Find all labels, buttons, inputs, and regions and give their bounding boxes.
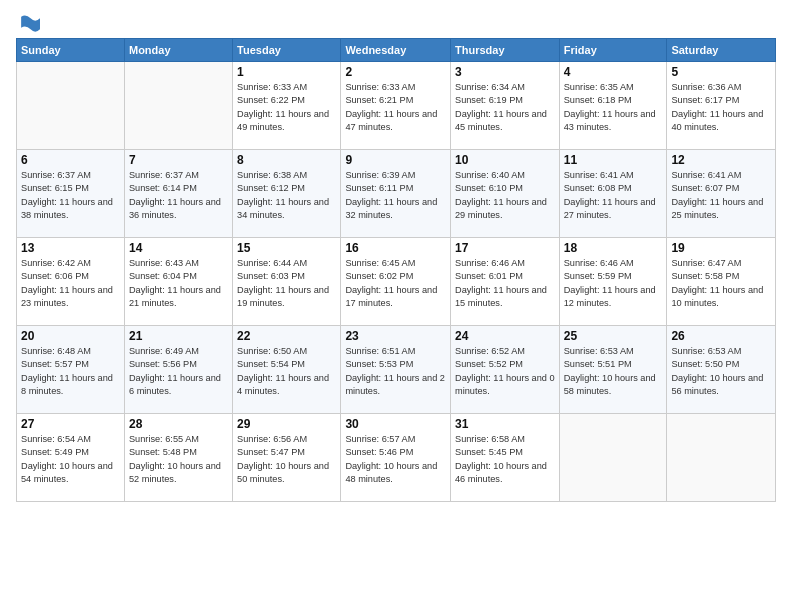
day-number: 4 xyxy=(564,65,663,79)
day-of-week-header: Saturday xyxy=(667,39,776,62)
day-number: 30 xyxy=(345,417,446,431)
calendar-day-cell: 11Sunrise: 6:41 AM Sunset: 6:08 PM Dayli… xyxy=(559,150,667,238)
day-info: Sunrise: 6:53 AM Sunset: 5:50 PM Dayligh… xyxy=(671,345,771,398)
calendar-day-cell: 2Sunrise: 6:33 AM Sunset: 6:21 PM Daylig… xyxy=(341,62,451,150)
day-number: 21 xyxy=(129,329,228,343)
day-info: Sunrise: 6:44 AM Sunset: 6:03 PM Dayligh… xyxy=(237,257,336,310)
calendar-week-row: 20Sunrise: 6:48 AM Sunset: 5:57 PM Dayli… xyxy=(17,326,776,414)
calendar-day-cell: 21Sunrise: 6:49 AM Sunset: 5:56 PM Dayli… xyxy=(124,326,232,414)
day-of-week-header: Monday xyxy=(124,39,232,62)
day-number: 27 xyxy=(21,417,120,431)
calendar-day-cell: 26Sunrise: 6:53 AM Sunset: 5:50 PM Dayli… xyxy=(667,326,776,414)
day-number: 25 xyxy=(564,329,663,343)
calendar-day-cell: 20Sunrise: 6:48 AM Sunset: 5:57 PM Dayli… xyxy=(17,326,125,414)
day-info: Sunrise: 6:35 AM Sunset: 6:18 PM Dayligh… xyxy=(564,81,663,134)
calendar-day-cell: 14Sunrise: 6:43 AM Sunset: 6:04 PM Dayli… xyxy=(124,238,232,326)
calendar-week-row: 6Sunrise: 6:37 AM Sunset: 6:15 PM Daylig… xyxy=(17,150,776,238)
day-number: 1 xyxy=(237,65,336,79)
calendar-day-cell: 6Sunrise: 6:37 AM Sunset: 6:15 PM Daylig… xyxy=(17,150,125,238)
calendar: SundayMondayTuesdayWednesdayThursdayFrid… xyxy=(16,38,776,502)
day-info: Sunrise: 6:52 AM Sunset: 5:52 PM Dayligh… xyxy=(455,345,555,398)
day-number: 15 xyxy=(237,241,336,255)
calendar-day-cell xyxy=(559,414,667,502)
day-number: 31 xyxy=(455,417,555,431)
day-number: 13 xyxy=(21,241,120,255)
day-info: Sunrise: 6:45 AM Sunset: 6:02 PM Dayligh… xyxy=(345,257,446,310)
calendar-day-cell: 17Sunrise: 6:46 AM Sunset: 6:01 PM Dayli… xyxy=(451,238,560,326)
calendar-day-cell: 15Sunrise: 6:44 AM Sunset: 6:03 PM Dayli… xyxy=(233,238,341,326)
calendar-day-cell: 3Sunrise: 6:34 AM Sunset: 6:19 PM Daylig… xyxy=(451,62,560,150)
day-number: 26 xyxy=(671,329,771,343)
calendar-week-row: 13Sunrise: 6:42 AM Sunset: 6:06 PM Dayli… xyxy=(17,238,776,326)
calendar-day-cell xyxy=(17,62,125,150)
day-info: Sunrise: 6:53 AM Sunset: 5:51 PM Dayligh… xyxy=(564,345,663,398)
day-info: Sunrise: 6:33 AM Sunset: 6:22 PM Dayligh… xyxy=(237,81,336,134)
day-number: 11 xyxy=(564,153,663,167)
day-number: 17 xyxy=(455,241,555,255)
day-number: 12 xyxy=(671,153,771,167)
day-info: Sunrise: 6:55 AM Sunset: 5:48 PM Dayligh… xyxy=(129,433,228,486)
day-info: Sunrise: 6:46 AM Sunset: 6:01 PM Dayligh… xyxy=(455,257,555,310)
day-number: 20 xyxy=(21,329,120,343)
calendar-day-cell: 24Sunrise: 6:52 AM Sunset: 5:52 PM Dayli… xyxy=(451,326,560,414)
day-info: Sunrise: 6:41 AM Sunset: 6:07 PM Dayligh… xyxy=(671,169,771,222)
calendar-day-cell: 18Sunrise: 6:46 AM Sunset: 5:59 PM Dayli… xyxy=(559,238,667,326)
day-number: 6 xyxy=(21,153,120,167)
day-number: 19 xyxy=(671,241,771,255)
day-info: Sunrise: 6:43 AM Sunset: 6:04 PM Dayligh… xyxy=(129,257,228,310)
day-of-week-header: Wednesday xyxy=(341,39,451,62)
day-info: Sunrise: 6:57 AM Sunset: 5:46 PM Dayligh… xyxy=(345,433,446,486)
day-of-week-header: Thursday xyxy=(451,39,560,62)
calendar-day-cell xyxy=(667,414,776,502)
calendar-day-cell: 16Sunrise: 6:45 AM Sunset: 6:02 PM Dayli… xyxy=(341,238,451,326)
day-info: Sunrise: 6:41 AM Sunset: 6:08 PM Dayligh… xyxy=(564,169,663,222)
day-info: Sunrise: 6:33 AM Sunset: 6:21 PM Dayligh… xyxy=(345,81,446,134)
day-info: Sunrise: 6:51 AM Sunset: 5:53 PM Dayligh… xyxy=(345,345,446,398)
day-number: 5 xyxy=(671,65,771,79)
day-info: Sunrise: 6:40 AM Sunset: 6:10 PM Dayligh… xyxy=(455,169,555,222)
day-info: Sunrise: 6:38 AM Sunset: 6:12 PM Dayligh… xyxy=(237,169,336,222)
day-of-week-header: Friday xyxy=(559,39,667,62)
day-number: 18 xyxy=(564,241,663,255)
day-info: Sunrise: 6:46 AM Sunset: 5:59 PM Dayligh… xyxy=(564,257,663,310)
calendar-day-cell: 9Sunrise: 6:39 AM Sunset: 6:11 PM Daylig… xyxy=(341,150,451,238)
day-number: 16 xyxy=(345,241,446,255)
day-number: 10 xyxy=(455,153,555,167)
calendar-day-cell: 31Sunrise: 6:58 AM Sunset: 5:45 PM Dayli… xyxy=(451,414,560,502)
day-number: 28 xyxy=(129,417,228,431)
day-info: Sunrise: 6:34 AM Sunset: 6:19 PM Dayligh… xyxy=(455,81,555,134)
calendar-week-row: 27Sunrise: 6:54 AM Sunset: 5:49 PM Dayli… xyxy=(17,414,776,502)
day-of-week-header: Tuesday xyxy=(233,39,341,62)
calendar-header-row: SundayMondayTuesdayWednesdayThursdayFrid… xyxy=(17,39,776,62)
calendar-day-cell: 30Sunrise: 6:57 AM Sunset: 5:46 PM Dayli… xyxy=(341,414,451,502)
calendar-day-cell: 23Sunrise: 6:51 AM Sunset: 5:53 PM Dayli… xyxy=(341,326,451,414)
calendar-day-cell: 22Sunrise: 6:50 AM Sunset: 5:54 PM Dayli… xyxy=(233,326,341,414)
calendar-day-cell: 27Sunrise: 6:54 AM Sunset: 5:49 PM Dayli… xyxy=(17,414,125,502)
calendar-day-cell: 8Sunrise: 6:38 AM Sunset: 6:12 PM Daylig… xyxy=(233,150,341,238)
logo xyxy=(16,12,40,32)
page: SundayMondayTuesdayWednesdayThursdayFrid… xyxy=(0,0,792,612)
day-number: 7 xyxy=(129,153,228,167)
day-info: Sunrise: 6:42 AM Sunset: 6:06 PM Dayligh… xyxy=(21,257,120,310)
calendar-day-cell: 4Sunrise: 6:35 AM Sunset: 6:18 PM Daylig… xyxy=(559,62,667,150)
day-of-week-header: Sunday xyxy=(17,39,125,62)
day-info: Sunrise: 6:48 AM Sunset: 5:57 PM Dayligh… xyxy=(21,345,120,398)
calendar-day-cell: 29Sunrise: 6:56 AM Sunset: 5:47 PM Dayli… xyxy=(233,414,341,502)
day-info: Sunrise: 6:58 AM Sunset: 5:45 PM Dayligh… xyxy=(455,433,555,486)
day-number: 2 xyxy=(345,65,446,79)
day-info: Sunrise: 6:54 AM Sunset: 5:49 PM Dayligh… xyxy=(21,433,120,486)
calendar-week-row: 1Sunrise: 6:33 AM Sunset: 6:22 PM Daylig… xyxy=(17,62,776,150)
day-info: Sunrise: 6:56 AM Sunset: 5:47 PM Dayligh… xyxy=(237,433,336,486)
calendar-day-cell: 13Sunrise: 6:42 AM Sunset: 6:06 PM Dayli… xyxy=(17,238,125,326)
day-number: 24 xyxy=(455,329,555,343)
calendar-day-cell: 7Sunrise: 6:37 AM Sunset: 6:14 PM Daylig… xyxy=(124,150,232,238)
day-info: Sunrise: 6:39 AM Sunset: 6:11 PM Dayligh… xyxy=(345,169,446,222)
day-number: 3 xyxy=(455,65,555,79)
day-info: Sunrise: 6:50 AM Sunset: 5:54 PM Dayligh… xyxy=(237,345,336,398)
day-number: 9 xyxy=(345,153,446,167)
calendar-day-cell xyxy=(124,62,232,150)
day-number: 22 xyxy=(237,329,336,343)
day-number: 8 xyxy=(237,153,336,167)
day-info: Sunrise: 6:37 AM Sunset: 6:14 PM Dayligh… xyxy=(129,169,228,222)
day-number: 14 xyxy=(129,241,228,255)
